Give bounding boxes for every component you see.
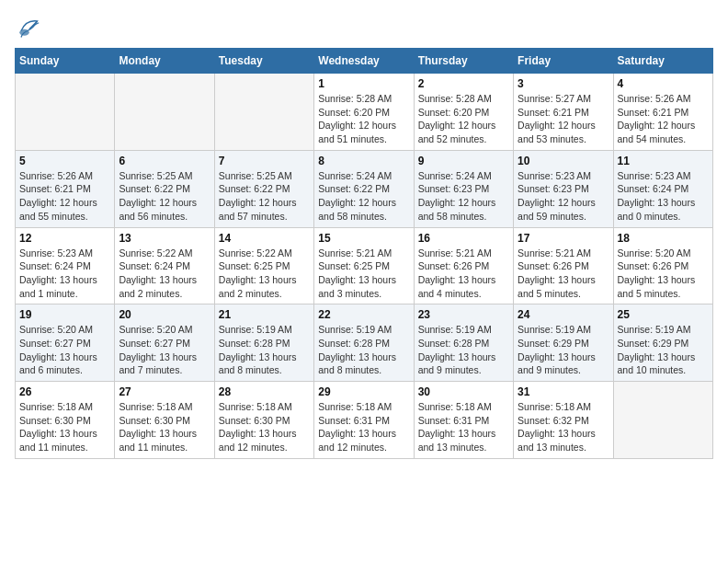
column-header-wednesday: Wednesday [314,49,414,74]
calendar-cell: 28Sunrise: 5:18 AM Sunset: 6:30 PM Dayli… [214,382,313,459]
calendar-cell: 25Sunrise: 5:19 AM Sunset: 6:29 PM Dayli… [613,304,712,382]
day-number: 9 [418,155,509,167]
calendar-cell: 17Sunrise: 5:21 AM Sunset: 6:26 PM Dayli… [514,227,613,304]
day-info: Sunrise: 5:22 AM Sunset: 6:25 PM Dayligh… [219,247,310,301]
calendar-cell: 7Sunrise: 5:25 AM Sunset: 6:22 PM Daylig… [214,150,313,227]
day-number: 7 [219,155,310,167]
day-number: 30 [418,385,509,398]
svg-point-0 [19,29,29,36]
calendar-cell: 10Sunrise: 5:23 AM Sunset: 6:23 PM Dayli… [514,150,613,227]
day-info: Sunrise: 5:18 AM Sunset: 6:30 PM Dayligh… [119,400,210,454]
column-header-tuesday: Tuesday [214,49,313,74]
column-header-monday: Monday [115,49,214,74]
day-number: 25 [618,308,709,321]
day-info: Sunrise: 5:22 AM Sunset: 6:24 PM Dayligh… [119,247,210,301]
day-number: 26 [19,385,110,398]
calendar-week-row: 5Sunrise: 5:26 AM Sunset: 6:21 PM Daylig… [16,150,713,227]
calendar-cell: 19Sunrise: 5:20 AM Sunset: 6:27 PM Dayli… [16,304,115,382]
day-info: Sunrise: 5:18 AM Sunset: 6:31 PM Dayligh… [418,400,509,454]
day-number: 10 [518,155,609,167]
column-header-friday: Friday [514,49,613,74]
day-info: Sunrise: 5:21 AM Sunset: 6:25 PM Dayligh… [318,247,409,301]
day-info: Sunrise: 5:26 AM Sunset: 6:21 PM Dayligh… [618,92,709,146]
calendar-cell [214,74,313,151]
day-info: Sunrise: 5:25 AM Sunset: 6:22 PM Dayligh… [219,169,310,224]
column-header-sunday: Sunday [16,49,115,74]
calendar-week-row: 1Sunrise: 5:28 AM Sunset: 6:20 PM Daylig… [16,74,713,151]
day-info: Sunrise: 5:20 AM Sunset: 6:26 PM Dayligh… [618,247,709,301]
day-info: Sunrise: 5:23 AM Sunset: 6:23 PM Dayligh… [518,169,609,224]
calendar-cell: 11Sunrise: 5:23 AM Sunset: 6:24 PM Dayli… [613,150,712,227]
day-info: Sunrise: 5:24 AM Sunset: 6:22 PM Dayligh… [318,169,409,224]
day-number: 28 [219,385,310,398]
calendar-cell: 4Sunrise: 5:26 AM Sunset: 6:21 PM Daylig… [613,74,712,151]
logo [15,15,44,40]
day-number: 27 [119,385,210,398]
calendar-cell [115,74,214,151]
day-info: Sunrise: 5:18 AM Sunset: 6:30 PM Dayligh… [219,400,310,454]
day-number: 5 [19,155,110,167]
day-info: Sunrise: 5:25 AM Sunset: 6:22 PM Dayligh… [119,169,210,224]
calendar-table: SundayMondayTuesdayWednesdayThursdayFrid… [15,48,713,459]
calendar-cell: 2Sunrise: 5:28 AM Sunset: 6:20 PM Daylig… [414,74,513,151]
logo-icon [15,15,40,40]
day-info: Sunrise: 5:24 AM Sunset: 6:23 PM Dayligh… [418,169,509,224]
day-number: 17 [518,232,609,245]
day-info: Sunrise: 5:23 AM Sunset: 6:24 PM Dayligh… [19,247,110,301]
calendar-cell [16,74,115,151]
calendar-cell: 20Sunrise: 5:20 AM Sunset: 6:27 PM Dayli… [115,304,214,382]
day-number: 22 [318,308,409,321]
day-number: 31 [518,385,609,398]
day-number: 11 [618,155,709,167]
calendar-cell: 9Sunrise: 5:24 AM Sunset: 6:23 PM Daylig… [414,150,513,227]
day-number: 16 [418,232,509,245]
calendar-cell: 6Sunrise: 5:25 AM Sunset: 6:22 PM Daylig… [115,150,214,227]
day-number: 21 [219,308,310,321]
calendar-cell: 24Sunrise: 5:19 AM Sunset: 6:29 PM Dayli… [514,304,613,382]
page-header [15,15,713,40]
column-header-saturday: Saturday [613,49,712,74]
column-header-thursday: Thursday [414,49,513,74]
day-number: 2 [418,77,509,90]
day-info: Sunrise: 5:28 AM Sunset: 6:20 PM Dayligh… [318,92,409,146]
day-number: 18 [618,232,709,245]
day-info: Sunrise: 5:28 AM Sunset: 6:20 PM Dayligh… [418,92,509,146]
calendar-cell: 14Sunrise: 5:22 AM Sunset: 6:25 PM Dayli… [214,227,313,304]
day-number: 3 [518,77,609,90]
calendar-cell: 3Sunrise: 5:27 AM Sunset: 6:21 PM Daylig… [514,74,613,151]
day-info: Sunrise: 5:21 AM Sunset: 6:26 PM Dayligh… [418,247,509,301]
calendar-cell: 26Sunrise: 5:18 AM Sunset: 6:30 PM Dayli… [16,382,115,459]
calendar-header-row: SundayMondayTuesdayWednesdayThursdayFrid… [16,49,713,74]
calendar-cell: 22Sunrise: 5:19 AM Sunset: 6:28 PM Dayli… [314,304,414,382]
day-info: Sunrise: 5:20 AM Sunset: 6:27 PM Dayligh… [19,323,110,377]
calendar-cell: 27Sunrise: 5:18 AM Sunset: 6:30 PM Dayli… [115,382,214,459]
day-number: 29 [318,385,409,398]
day-info: Sunrise: 5:19 AM Sunset: 6:29 PM Dayligh… [618,323,709,377]
calendar-week-row: 12Sunrise: 5:23 AM Sunset: 6:24 PM Dayli… [16,227,713,304]
calendar-cell: 15Sunrise: 5:21 AM Sunset: 6:25 PM Dayli… [314,227,414,304]
day-info: Sunrise: 5:18 AM Sunset: 6:31 PM Dayligh… [318,400,409,454]
day-info: Sunrise: 5:27 AM Sunset: 6:21 PM Dayligh… [518,92,609,146]
calendar-cell: 8Sunrise: 5:24 AM Sunset: 6:22 PM Daylig… [314,150,414,227]
day-number: 15 [318,232,409,245]
day-info: Sunrise: 5:21 AM Sunset: 6:26 PM Dayligh… [518,247,609,301]
day-info: Sunrise: 5:19 AM Sunset: 6:28 PM Dayligh… [418,323,509,377]
calendar-cell [613,382,712,459]
day-number: 19 [19,308,110,321]
calendar-cell: 31Sunrise: 5:18 AM Sunset: 6:32 PM Dayli… [514,382,613,459]
day-number: 12 [19,232,110,245]
day-info: Sunrise: 5:20 AM Sunset: 6:27 PM Dayligh… [119,323,210,377]
calendar-cell: 23Sunrise: 5:19 AM Sunset: 6:28 PM Dayli… [414,304,513,382]
calendar-cell: 1Sunrise: 5:28 AM Sunset: 6:20 PM Daylig… [314,74,414,151]
day-info: Sunrise: 5:18 AM Sunset: 6:30 PM Dayligh… [19,400,110,454]
day-info: Sunrise: 5:23 AM Sunset: 6:24 PM Dayligh… [618,169,709,224]
calendar-cell: 5Sunrise: 5:26 AM Sunset: 6:21 PM Daylig… [16,150,115,227]
day-number: 8 [318,155,409,167]
calendar-cell: 13Sunrise: 5:22 AM Sunset: 6:24 PM Dayli… [115,227,214,304]
calendar-cell: 12Sunrise: 5:23 AM Sunset: 6:24 PM Dayli… [16,227,115,304]
day-number: 20 [119,308,210,321]
calendar-cell: 16Sunrise: 5:21 AM Sunset: 6:26 PM Dayli… [414,227,513,304]
day-info: Sunrise: 5:19 AM Sunset: 6:28 PM Dayligh… [318,323,409,377]
day-number: 24 [518,308,609,321]
day-number: 6 [119,155,210,167]
